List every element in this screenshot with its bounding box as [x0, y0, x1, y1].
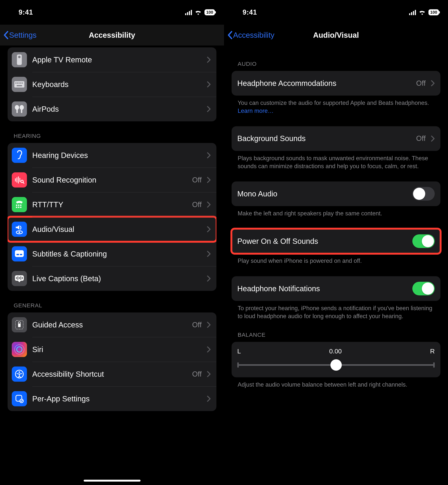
wifi-icon [419, 9, 426, 15]
row-value: Off [192, 321, 202, 329]
svg-rect-20 [18, 205, 19, 206]
row-headphone-accommodations[interactable]: Headphone Accommodations Off [232, 71, 440, 95]
svg-rect-29 [20, 254, 22, 255]
row-label: Hearing Devices [32, 151, 202, 160]
row-label: Per-App Settings [32, 395, 202, 403]
svg-rect-10 [16, 109, 18, 113]
row-live-captions[interactable]: Live Captions (Beta) [8, 266, 216, 291]
back-button[interactable]: Settings [0, 31, 37, 40]
svg-rect-6 [20, 82, 21, 84]
row-power-sounds: Power On & Off Sounds [232, 229, 440, 254]
svg-rect-27 [15, 250, 24, 257]
chevron-right-icon [207, 251, 211, 257]
row-label: Subtitles & Captioning [32, 250, 202, 258]
row-label: Accessibility Shortcut [32, 370, 187, 378]
balance-slider[interactable] [237, 360, 435, 370]
row-per-app-settings[interactable]: Per-App Settings [8, 386, 216, 411]
row-label: Headphone Accommodations [237, 79, 411, 87]
desc-background-sounds: Plays background sounds to mask unwanted… [238, 154, 434, 170]
per-app-icon [12, 391, 27, 406]
phone-audio-visual: 9:41 100 Accessibility Audio/Visual AUDI… [224, 0, 448, 485]
tty-icon [12, 197, 27, 212]
back-button[interactable]: Accessibility [224, 31, 274, 40]
row-label: Sound Recognition [32, 176, 187, 184]
chevron-right-icon [207, 201, 211, 208]
row-value: Off [192, 370, 202, 378]
row-rtt-tty[interactable]: RTT/TTY Off [8, 192, 216, 217]
svg-rect-4 [17, 82, 18, 84]
live-captions-icon [12, 271, 27, 286]
row-keyboards[interactable]: Keyboards [8, 72, 216, 97]
group-hearing: Hearing Devices Sound Recognition Off RT… [8, 143, 216, 291]
balance-left-label: L [237, 348, 241, 355]
row-hearing-devices[interactable]: Hearing Devices [8, 143, 216, 168]
row-guided-access[interactable]: Guided Access Off [8, 312, 216, 337]
chevron-left-icon [3, 31, 8, 39]
svg-rect-37 [18, 324, 21, 327]
row-label: Headphone Notifications [237, 284, 407, 293]
status-icons: 100 [409, 9, 439, 15]
row-headphone-notifications: Headphone Notifications [232, 276, 440, 301]
nav-header: Settings Accessibility [0, 25, 224, 46]
toggle-mono-audio[interactable] [412, 187, 435, 201]
row-apple-tv-remote[interactable]: Apple TV Remote [8, 48, 216, 72]
svg-point-41 [19, 371, 20, 373]
row-label: Mono Audio [237, 190, 407, 198]
row-balance: L 0.00 R [232, 342, 440, 377]
group-background-sounds: Background Sounds Off [232, 126, 440, 151]
audio-visual-icon [12, 222, 27, 237]
svg-rect-24 [20, 207, 21, 208]
status-bar: 9:41 100 [224, 0, 448, 25]
row-background-sounds[interactable]: Background Sounds Off [232, 126, 440, 151]
group-mono-audio: Mono Audio [232, 182, 440, 206]
desc-power-sounds: Play sound when iPhone is powered on and… [238, 257, 434, 265]
desc-headphone-notifications: To protect your hearing, iPhone sends a … [238, 304, 434, 320]
chevron-left-icon [227, 31, 232, 39]
row-siri[interactable]: Siri [8, 337, 216, 362]
chevron-right-icon [431, 135, 435, 142]
phone-accessibility: 9:41 100 Settings Accessibility A [0, 0, 224, 485]
chevron-right-icon [207, 396, 211, 402]
section-header-audio: AUDIO [238, 61, 440, 67]
learn-more-link[interactable]: Learn more… [238, 108, 274, 114]
row-label: Siri [32, 345, 202, 354]
cellular-icon [185, 9, 192, 15]
row-label: Live Captions (Beta) [32, 274, 202, 283]
row-label: AirPods [32, 105, 202, 113]
svg-rect-28 [16, 254, 19, 255]
svg-rect-7 [22, 82, 23, 84]
row-value: Off [192, 176, 202, 184]
svg-rect-12 [21, 109, 22, 113]
row-label: Audio/Visual [32, 225, 202, 234]
row-value: Off [192, 201, 202, 209]
home-indicator[interactable] [84, 480, 141, 482]
group-headphone-accom: Headphone Accommodations Off [232, 71, 440, 95]
section-header-hearing: HEARING [14, 133, 216, 139]
row-value: Off [416, 79, 426, 87]
wifi-icon [195, 9, 202, 15]
toggle-headphone-notifications[interactable] [412, 282, 435, 295]
row-label: Keyboards [32, 80, 202, 89]
row-subtitles-captioning[interactable]: Subtitles & Captioning [8, 242, 216, 266]
cellular-icon [409, 9, 416, 15]
balance-right-label: R [430, 348, 435, 355]
slider-thumb[interactable] [330, 359, 342, 371]
row-sound-recognition[interactable]: Sound Recognition Off [8, 168, 216, 192]
accessibility-icon [12, 366, 27, 382]
toggle-power-sounds[interactable] [412, 234, 435, 248]
row-value: Off [416, 135, 426, 143]
row-airpods[interactable]: AirPods [8, 97, 216, 121]
desc-headphone-accom: You can customize the audio for supporte… [238, 99, 434, 115]
battery-icon: 100 [428, 9, 439, 15]
row-audio-visual[interactable]: Audio/Visual [8, 217, 216, 242]
svg-rect-19 [16, 205, 17, 206]
svg-rect-23 [18, 207, 19, 208]
row-label: Guided Access [32, 321, 187, 329]
row-accessibility-shortcut[interactable]: Accessibility Shortcut Off [8, 362, 216, 386]
row-label: Power On & Off Sounds [237, 237, 407, 246]
chevron-right-icon [207, 226, 211, 232]
chevron-right-icon [207, 322, 211, 328]
svg-rect-21 [20, 205, 21, 206]
status-time: 9:41 [233, 8, 257, 16]
balance-value: 0.00 [329, 348, 342, 355]
